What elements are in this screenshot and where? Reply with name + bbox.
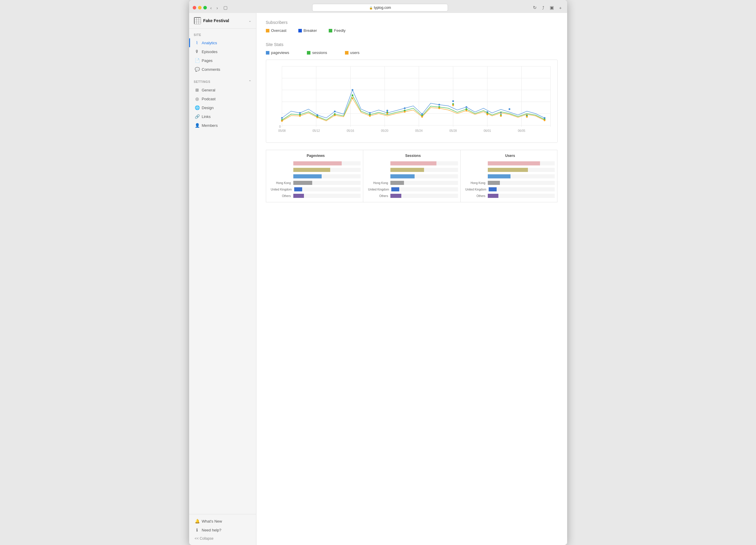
site-header: Fake Festival ⌄ (189, 13, 256, 29)
svg-point-66 (438, 107, 440, 109)
site-dropdown-icon[interactable]: ⌄ (248, 19, 251, 23)
sidebar-bottom: 🔔 What's New ℹ Need help? << Collapse (189, 514, 256, 543)
bar-container (293, 168, 361, 172)
legend-pageviews: pageviews (266, 50, 289, 55)
bar-row (271, 161, 361, 166)
svg-text:05/08: 05/08 (278, 129, 285, 132)
bar-fill (488, 174, 510, 179)
legend-overcast: Overcast (266, 28, 287, 33)
svg-point-68 (465, 110, 467, 112)
address-bar[interactable]: 🔒 typlog.com (312, 4, 448, 12)
svg-point-62 (369, 115, 371, 117)
sidebar-item-analytics[interactable]: ⌇ Analytics (189, 38, 256, 47)
bar-label: Others (271, 194, 291, 198)
settings-collapse-icon[interactable]: ⌃ (248, 80, 251, 84)
svg-point-60 (334, 114, 336, 116)
bar-label: United Kingdom (271, 188, 292, 191)
bar-container (488, 194, 555, 198)
pageviews-chart-title: Pageviews (271, 154, 361, 158)
forward-button[interactable]: › (215, 5, 219, 11)
svg-point-59 (316, 117, 318, 118)
bar-container (294, 187, 361, 192)
sessions-bars: Hong Kong United Kingdom (368, 161, 458, 199)
sidebar-item-comments[interactable]: 💬 Comments (189, 65, 256, 74)
svg-point-65 (421, 116, 423, 118)
share-button[interactable]: ⤴ (540, 4, 546, 11)
bar-container (293, 161, 361, 166)
bar-row: Others (271, 193, 361, 199)
site-stats-section: Site Stats pageviews sessions users (266, 42, 558, 202)
sidebar-collapse-button[interactable]: << Collapse (189, 534, 256, 543)
sidebar-item-label: Comments (202, 67, 220, 72)
minimize-button[interactable] (198, 6, 202, 9)
sidebar-item-podcast[interactable]: ◎ Podcast (189, 94, 256, 103)
site-nav-section: SITE ⌇ Analytics 🎙 Episodes 📄 Pages 💬 Co… (189, 29, 256, 75)
bar-row (368, 174, 458, 179)
bar-container (293, 194, 361, 198)
site-name: Fake Festival (203, 18, 229, 23)
sidebar-item-pages[interactable]: 📄 Pages (189, 56, 256, 65)
sessions-bar-chart: Sessions (363, 150, 460, 202)
sidebar-item-label: What's New (202, 519, 222, 523)
general-icon: ⊞ (195, 88, 199, 92)
svg-point-24 (281, 117, 283, 119)
settings-section-header: SETTINGS ⌃ (189, 75, 256, 86)
users-bar-chart: Users (460, 150, 558, 202)
svg-point-28 (351, 89, 353, 91)
sidebar-item-whats-new[interactable]: 🔔 What's New (189, 517, 256, 526)
close-button[interactable] (193, 6, 196, 9)
sidebar-item-label: Analytics (202, 41, 217, 45)
bar-label: Others (465, 194, 485, 198)
pageviews-bar-chart: Pageviews (266, 150, 363, 202)
site-icon (194, 17, 201, 24)
new-tab-button[interactable]: + (557, 4, 564, 11)
bar-row: Hong Kong (368, 180, 458, 186)
users-dot (345, 51, 348, 55)
sidebar-item-label: Members (202, 123, 218, 128)
bar-container (488, 161, 555, 166)
sidebar-item-need-help[interactable]: ℹ Need help? (189, 526, 256, 534)
svg-point-69 (486, 114, 488, 115)
comments-icon: 💬 (195, 67, 199, 72)
bar-row (271, 174, 361, 179)
bar-row: Hong Kong (465, 180, 555, 186)
feedly-dot (329, 29, 332, 32)
collapse-label: << Collapse (195, 536, 214, 541)
sidebar-toggle-button[interactable]: ▢ (222, 4, 229, 11)
breaker-dot (298, 29, 302, 32)
bar-fill (390, 181, 404, 185)
main-content: Subscribers Overcast Breaker Feedly (256, 13, 567, 545)
sidebar-item-links[interactable]: 🔗 Links (189, 112, 256, 121)
bar-container (293, 174, 361, 179)
back-button[interactable]: ‹ (209, 5, 213, 11)
bar-container (390, 174, 458, 179)
maximize-button[interactable] (203, 6, 207, 9)
bar-container (391, 187, 458, 192)
svg-text:06/01: 06/01 (483, 129, 491, 132)
svg-text:05/20: 05/20 (381, 129, 388, 132)
bar-fill (293, 194, 304, 198)
sidebar-item-general[interactable]: ⊞ General (189, 86, 256, 94)
sidebar-item-design[interactable]: 🌐 Design (189, 103, 256, 112)
svg-text:05/24: 05/24 (415, 129, 422, 132)
tab-button[interactable]: ▣ (548, 4, 556, 11)
bar-row (465, 161, 555, 166)
links-icon: 🔗 (195, 114, 199, 119)
site-stats-title: Site Stats (266, 42, 558, 47)
reload-button[interactable]: ↻ (531, 4, 539, 11)
overcast-label: Overcast (271, 28, 287, 33)
pages-icon: 📄 (195, 58, 199, 63)
legend-sessions: sessions (307, 50, 327, 55)
bar-container (293, 181, 361, 185)
bar-fill (293, 181, 312, 185)
svg-point-32 (421, 113, 423, 115)
bar-fill (488, 161, 540, 166)
svg-point-27 (334, 111, 336, 112)
bar-container (488, 181, 555, 185)
whats-new-icon: 🔔 (195, 519, 199, 523)
sidebar-item-episodes[interactable]: 🎙 Episodes (189, 47, 256, 56)
sidebar-item-members[interactable]: 👤 Members (189, 121, 256, 130)
settings-nav-section: ⊞ General ◎ Podcast 🌐 Design 🔗 Links 👤 (189, 86, 256, 130)
users-chart-title: Users (465, 154, 555, 158)
sidebar: Fake Festival ⌄ SITE ⌇ Analytics 🎙 Episo… (189, 13, 256, 545)
